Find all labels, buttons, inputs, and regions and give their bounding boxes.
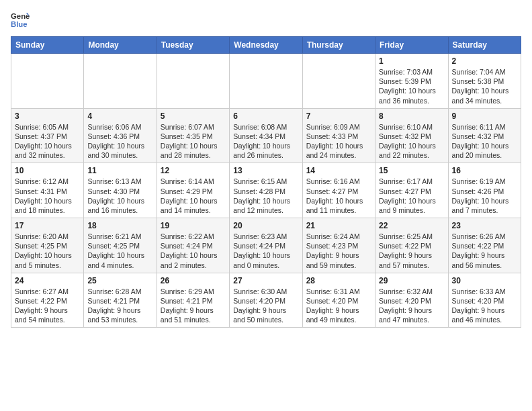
cell-date-number: 16 [452,166,517,175]
cell-date-number: 5 [161,111,226,121]
cell-date-number: 27 [233,276,298,285]
calendar-week-row: 3Sunrise: 6:05 AM Sunset: 4:37 PM Daylig… [11,108,521,163]
calendar-cell: 16Sunrise: 6:19 AM Sunset: 4:26 PM Dayli… [448,163,521,218]
calendar-table: SundayMondayTuesdayWednesdayThursdayFrid… [11,36,521,328]
cell-sun-info: Sunrise: 6:11 AM Sunset: 4:32 PM Dayligh… [452,122,517,161]
cell-date-number: 23 [452,221,517,230]
cell-sun-info: Sunrise: 6:16 AM Sunset: 4:27 PM Dayligh… [306,177,371,215]
calendar-cell: 3Sunrise: 6:05 AM Sunset: 4:37 PM Daylig… [11,108,84,163]
cell-date-number: 4 [87,111,152,121]
cell-date-number: 21 [306,221,371,230]
calendar-cell: 7Sunrise: 6:09 AM Sunset: 4:33 PM Daylig… [302,108,375,163]
cell-date-number: 14 [306,166,371,175]
cell-sun-info: Sunrise: 7:04 AM Sunset: 5:38 PM Dayligh… [452,67,517,105]
calendar-day-header: Monday [84,37,157,54]
calendar-week-row: 17Sunrise: 6:20 AM Sunset: 4:25 PM Dayli… [11,218,521,273]
calendar-cell: 5Sunrise: 6:07 AM Sunset: 4:35 PM Daylig… [157,108,229,163]
cell-date-number: 20 [233,221,298,230]
cell-sun-info: Sunrise: 6:22 AM Sunset: 4:24 PM Dayligh… [161,232,226,270]
calendar-cell [11,54,84,109]
cell-sun-info: Sunrise: 6:24 AM Sunset: 4:23 PM Dayligh… [306,232,371,270]
cell-date-number: 11 [87,166,152,175]
calendar-week-row: 10Sunrise: 6:12 AM Sunset: 4:31 PM Dayli… [11,163,521,218]
calendar-cell: 28Sunrise: 6:31 AM Sunset: 4:20 PM Dayli… [302,273,375,328]
cell-sun-info: Sunrise: 6:27 AM Sunset: 4:22 PM Dayligh… [15,287,80,325]
cell-sun-info: Sunrise: 6:07 AM Sunset: 4:35 PM Dayligh… [161,122,226,161]
cell-sun-info: Sunrise: 6:09 AM Sunset: 4:33 PM Dayligh… [306,122,371,161]
calendar-cell [157,54,229,109]
cell-date-number: 30 [452,276,517,285]
calendar-cell: 23Sunrise: 6:26 AM Sunset: 4:22 PM Dayli… [448,218,521,273]
cell-date-number: 9 [452,111,517,121]
cell-sun-info: Sunrise: 6:23 AM Sunset: 4:24 PM Dayligh… [233,232,298,270]
cell-sun-info: Sunrise: 6:30 AM Sunset: 4:20 PM Dayligh… [233,287,298,325]
calendar-cell: 9Sunrise: 6:11 AM Sunset: 4:32 PM Daylig… [448,108,521,163]
cell-sun-info: Sunrise: 6:17 AM Sunset: 4:27 PM Dayligh… [379,177,444,215]
calendar-cell: 29Sunrise: 6:32 AM Sunset: 4:20 PM Dayli… [375,273,448,328]
calendar-cell: 1Sunrise: 7:03 AM Sunset: 5:39 PM Daylig… [375,54,448,109]
calendar-day-header: Wednesday [230,37,302,54]
calendar-cell: 17Sunrise: 6:20 AM Sunset: 4:25 PM Dayli… [11,218,84,273]
calendar-week-row: 1Sunrise: 7:03 AM Sunset: 5:39 PM Daylig… [11,54,521,109]
cell-sun-info: Sunrise: 6:20 AM Sunset: 4:25 PM Dayligh… [15,232,80,270]
calendar-cell: 24Sunrise: 6:27 AM Sunset: 4:22 PM Dayli… [11,273,84,328]
calendar-cell: 26Sunrise: 6:29 AM Sunset: 4:21 PM Dayli… [157,273,229,328]
page-header: General Blue [11,11,521,30]
cell-date-number: 7 [306,111,371,121]
calendar-body: 1Sunrise: 7:03 AM Sunset: 5:39 PM Daylig… [11,54,521,328]
cell-sun-info: Sunrise: 6:12 AM Sunset: 4:31 PM Dayligh… [15,177,80,215]
calendar-day-header: Friday [375,37,448,54]
calendar-day-header: Thursday [302,37,375,54]
cell-date-number: 24 [15,276,80,285]
cell-date-number: 28 [306,276,371,285]
cell-sun-info: Sunrise: 6:29 AM Sunset: 4:21 PM Dayligh… [161,287,226,325]
cell-sun-info: Sunrise: 6:33 AM Sunset: 4:20 PM Dayligh… [452,287,517,325]
calendar-day-header: Tuesday [157,37,229,54]
calendar-cell: 12Sunrise: 6:14 AM Sunset: 4:29 PM Dayli… [157,163,229,218]
cell-sun-info: Sunrise: 6:14 AM Sunset: 4:29 PM Dayligh… [161,177,226,215]
calendar-cell: 14Sunrise: 6:16 AM Sunset: 4:27 PM Dayli… [302,163,375,218]
cell-date-number: 19 [161,221,226,230]
cell-date-number: 1 [379,56,444,66]
calendar-cell: 22Sunrise: 6:25 AM Sunset: 4:22 PM Dayli… [375,218,448,273]
calendar-cell: 30Sunrise: 6:33 AM Sunset: 4:20 PM Dayli… [448,273,521,328]
calendar-cell: 21Sunrise: 6:24 AM Sunset: 4:23 PM Dayli… [302,218,375,273]
cell-sun-info: Sunrise: 6:05 AM Sunset: 4:37 PM Dayligh… [15,122,80,161]
cell-sun-info: Sunrise: 6:13 AM Sunset: 4:30 PM Dayligh… [87,177,152,215]
logo: General Blue [11,11,30,30]
calendar-cell: 19Sunrise: 6:22 AM Sunset: 4:24 PM Dayli… [157,218,229,273]
cell-date-number: 18 [87,221,152,230]
svg-text:Blue: Blue [11,20,28,28]
calendar-cell: 15Sunrise: 6:17 AM Sunset: 4:27 PM Dayli… [375,163,448,218]
cell-date-number: 12 [161,166,226,175]
calendar-cell: 10Sunrise: 6:12 AM Sunset: 4:31 PM Dayli… [11,163,84,218]
cell-sun-info: Sunrise: 6:25 AM Sunset: 4:22 PM Dayligh… [379,232,444,270]
calendar-cell: 6Sunrise: 6:08 AM Sunset: 4:34 PM Daylig… [230,108,302,163]
calendar-cell: 11Sunrise: 6:13 AM Sunset: 4:30 PM Dayli… [84,163,157,218]
cell-date-number: 10 [15,166,80,175]
cell-sun-info: Sunrise: 6:21 AM Sunset: 4:25 PM Dayligh… [87,232,152,270]
cell-sun-info: Sunrise: 6:26 AM Sunset: 4:22 PM Dayligh… [452,232,517,270]
cell-date-number: 29 [379,276,444,285]
calendar-cell: 4Sunrise: 6:06 AM Sunset: 4:36 PM Daylig… [84,108,157,163]
logo-icon: General Blue [11,11,30,30]
calendar-cell [302,54,375,109]
calendar-cell: 13Sunrise: 6:15 AM Sunset: 4:28 PM Dayli… [230,163,302,218]
cell-date-number: 15 [379,166,444,175]
calendar-cell: 25Sunrise: 6:28 AM Sunset: 4:21 PM Dayli… [84,273,157,328]
calendar-cell [84,54,157,109]
cell-sun-info: Sunrise: 7:03 AM Sunset: 5:39 PM Dayligh… [379,67,444,105]
cell-date-number: 13 [233,166,298,175]
cell-sun-info: Sunrise: 6:06 AM Sunset: 4:36 PM Dayligh… [87,122,152,161]
calendar-cell: 8Sunrise: 6:10 AM Sunset: 4:32 PM Daylig… [375,108,448,163]
cell-date-number: 6 [233,111,298,121]
cell-sun-info: Sunrise: 6:32 AM Sunset: 4:20 PM Dayligh… [379,287,444,325]
cell-date-number: 3 [15,111,80,121]
cell-date-number: 8 [379,111,444,121]
cell-sun-info: Sunrise: 6:15 AM Sunset: 4:28 PM Dayligh… [233,177,298,215]
cell-sun-info: Sunrise: 6:19 AM Sunset: 4:26 PM Dayligh… [452,177,517,215]
cell-sun-info: Sunrise: 6:31 AM Sunset: 4:20 PM Dayligh… [306,287,371,325]
calendar-day-header: Sunday [11,37,84,54]
calendar-cell: 27Sunrise: 6:30 AM Sunset: 4:20 PM Dayli… [230,273,302,328]
calendar-week-row: 24Sunrise: 6:27 AM Sunset: 4:22 PM Dayli… [11,273,521,328]
